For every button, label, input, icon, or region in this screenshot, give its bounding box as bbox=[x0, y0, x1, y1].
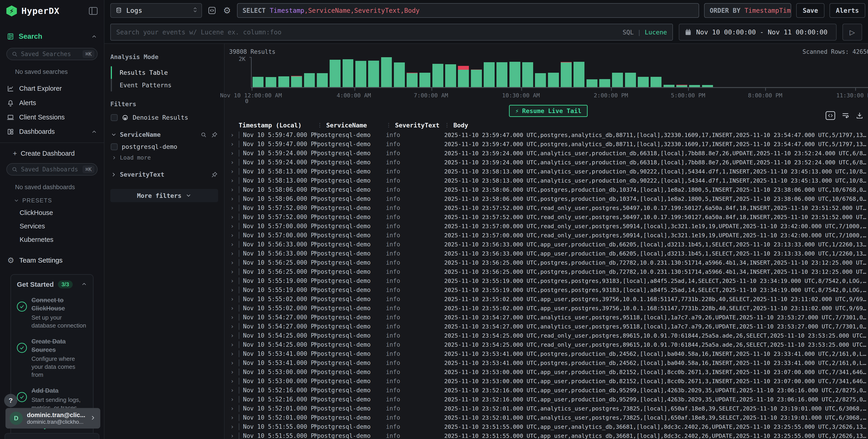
column-resize-handle[interactable]: ⋮ bbox=[386, 122, 392, 128]
row-expand-chevron[interactable]: › bbox=[228, 314, 239, 321]
alerts-button[interactable]: Alerts bbox=[830, 3, 865, 18]
histogram-bar[interactable] bbox=[598, 57, 611, 87]
histogram-bar[interactable] bbox=[432, 57, 444, 87]
servicename-value-label[interactable]: postgresql-demo bbox=[122, 143, 177, 150]
histogram-bar[interactable] bbox=[804, 57, 816, 87]
histogram-bar[interactable] bbox=[663, 57, 675, 87]
histogram-bar[interactable] bbox=[778, 57, 791, 87]
denoise-checkbox[interactable] bbox=[111, 114, 118, 121]
table-row[interactable]: › Nov 10 5:54:27.000 PM postgresql-demo … bbox=[228, 322, 868, 331]
sidebar-item-team-settings[interactable]: ⚙ Team Settings bbox=[6, 246, 98, 264]
histogram-bar[interactable] bbox=[496, 57, 508, 87]
servicename-value-checkbox[interactable] bbox=[111, 144, 118, 150]
histogram-bar[interactable] bbox=[650, 57, 662, 87]
row-expand-chevron[interactable]: › bbox=[228, 186, 239, 193]
table-row[interactable]: › Nov 10 5:57:52.000 PM postgresql-demo … bbox=[228, 203, 868, 213]
help-button[interactable]: ? bbox=[4, 394, 17, 407]
table-row[interactable]: › Nov 10 5:53:00.000 PM postgresql-demo … bbox=[228, 368, 868, 377]
table-row[interactable]: › Nov 10 5:56:33.000 PM postgresql-demo … bbox=[228, 249, 868, 258]
row-expand-chevron[interactable]: › bbox=[228, 350, 239, 357]
table-row[interactable]: › Nov 10 5:59:24.000 PM postgresql-demo … bbox=[228, 158, 868, 167]
histogram-bar[interactable] bbox=[611, 57, 624, 87]
row-expand-chevron[interactable]: › bbox=[228, 214, 239, 220]
date-range-picker[interactable]: Nov 10 00:00:00 - Nov 11 00:00:00 bbox=[679, 24, 837, 40]
table-row[interactable]: › Nov 10 5:51:55.000 PM postgresql-demo … bbox=[228, 431, 868, 439]
table-row[interactable]: › Nov 10 5:54:25.000 PM postgresql-demo … bbox=[228, 340, 868, 349]
histogram-bar[interactable] bbox=[752, 57, 765, 87]
language-toggle[interactable]: SQL | Lucene bbox=[622, 29, 667, 36]
user-menu[interactable]: D dominic.tran@clic... dominic.tran@clic… bbox=[5, 408, 100, 429]
row-expand-chevron[interactable]: › bbox=[228, 140, 239, 148]
select-columns-input[interactable]: SELECT Timestamp,ServiceName,SeverityTex… bbox=[237, 3, 699, 18]
event-search-input[interactable]: SQL | Lucene bbox=[110, 24, 673, 40]
row-expand-chevron[interactable]: › bbox=[228, 241, 239, 248]
filter-group-servicename[interactable]: ServiceName bbox=[111, 131, 218, 138]
row-expand-chevron[interactable]: › bbox=[228, 286, 239, 293]
pin-icon[interactable] bbox=[211, 171, 218, 178]
table-row[interactable]: › Nov 10 5:52:01.000 PM postgresql-demo … bbox=[228, 404, 868, 413]
preset-services[interactable]: Services bbox=[6, 220, 98, 233]
col-header-servicename[interactable]: ⋮ServiceName bbox=[317, 122, 386, 129]
search-icon[interactable] bbox=[200, 131, 207, 138]
histogram-bar[interactable] bbox=[393, 57, 406, 87]
row-expand-chevron[interactable]: › bbox=[228, 250, 239, 257]
language-sql[interactable]: SQL bbox=[622, 29, 634, 36]
filter-group-severitytext[interactable]: SeverityText bbox=[111, 171, 218, 178]
row-expand-chevron[interactable]: › bbox=[228, 205, 239, 211]
get-started-step[interactable]: Create Data Sources Configure where your… bbox=[17, 337, 87, 379]
sidebar-item-search[interactable]: Search bbox=[6, 32, 98, 47]
more-filters-button[interactable]: More filters bbox=[110, 189, 218, 202]
histogram-bar[interactable] bbox=[534, 57, 547, 87]
histogram-bar[interactable] bbox=[765, 57, 778, 87]
histogram-bar[interactable] bbox=[470, 57, 483, 87]
language-lucene[interactable]: Lucene bbox=[645, 29, 667, 36]
row-expand-chevron[interactable]: › bbox=[228, 159, 239, 166]
table-row[interactable]: › Nov 10 5:55:19.000 PM postgresql-demo … bbox=[228, 276, 868, 285]
row-expand-chevron[interactable]: › bbox=[228, 277, 239, 284]
table-row[interactable]: › Nov 10 5:59:24.000 PM postgresql-demo … bbox=[228, 149, 868, 158]
row-expand-chevron[interactable]: › bbox=[228, 369, 239, 375]
table-row[interactable]: › Nov 10 5:54:27.000 PM postgresql-demo … bbox=[228, 313, 868, 322]
mode-results-table[interactable]: Results Table bbox=[111, 66, 218, 79]
row-expand-chevron[interactable]: › bbox=[228, 359, 239, 366]
load-more-button[interactable]: Load more bbox=[112, 154, 218, 161]
table-row[interactable]: › Nov 10 5:52:01.000 PM postgresql-demo … bbox=[228, 413, 868, 422]
chevron-up-icon[interactable] bbox=[81, 281, 87, 287]
histogram-bar[interactable] bbox=[457, 57, 470, 87]
table-row[interactable]: › Nov 10 5:58:06.000 PM postgresql-demo … bbox=[228, 194, 868, 203]
row-expand-chevron[interactable]: › bbox=[228, 423, 239, 430]
row-expand-chevron[interactable]: › bbox=[228, 177, 239, 184]
table-row[interactable]: › Nov 10 5:51:55.000 PM postgresql-demo … bbox=[228, 422, 868, 431]
histogram-bar[interactable] bbox=[791, 57, 804, 87]
row-expand-chevron[interactable]: › bbox=[228, 168, 239, 175]
resume-live-tail-button[interactable]: ⚡ Resume Live Tail bbox=[509, 105, 587, 117]
histogram-bar[interactable] bbox=[572, 57, 585, 87]
histogram-bar[interactable] bbox=[380, 57, 393, 87]
histogram-bar[interactable] bbox=[367, 57, 380, 87]
live-tail-play-button[interactable]: ▷ bbox=[842, 24, 862, 40]
histogram-bar[interactable] bbox=[830, 57, 842, 87]
download-icon[interactable] bbox=[856, 112, 863, 120]
table-row[interactable]: › Nov 10 5:58:13.000 PM postgresql-demo … bbox=[228, 176, 868, 185]
row-expand-chevron[interactable]: › bbox=[228, 432, 239, 439]
table-row[interactable]: › Nov 10 5:57:52.000 PM postgresql-demo … bbox=[228, 213, 868, 222]
histogram-bar[interactable] bbox=[675, 57, 688, 87]
histogram-bar[interactable] bbox=[444, 57, 457, 87]
create-dashboard-button[interactable]: + Create Dashboard bbox=[6, 145, 98, 162]
histogram-bar[interactable] bbox=[265, 57, 277, 87]
sidebar-item-client-sessions[interactable]: Client Sessions bbox=[6, 110, 98, 124]
histogram-bar[interactable] bbox=[727, 57, 739, 87]
histogram-bar[interactable] bbox=[714, 57, 727, 87]
histogram-bar[interactable] bbox=[277, 57, 290, 87]
col-header-body[interactable]: ⋮Body bbox=[444, 122, 868, 129]
row-expand-chevron[interactable]: › bbox=[228, 195, 239, 202]
histogram-bar[interactable] bbox=[560, 57, 572, 87]
save-button[interactable]: Save bbox=[796, 3, 824, 18]
column-resize-handle[interactable]: ⋮ bbox=[444, 122, 450, 128]
sidebar-item-dashboards[interactable]: Dashboards bbox=[6, 124, 98, 139]
row-expand-chevron[interactable]: › bbox=[228, 396, 239, 403]
histogram-bar[interactable] bbox=[855, 57, 868, 87]
row-expand-chevron[interactable]: › bbox=[228, 405, 239, 412]
row-expand-chevron[interactable]: › bbox=[228, 341, 239, 348]
row-expand-chevron[interactable]: › bbox=[228, 131, 239, 138]
